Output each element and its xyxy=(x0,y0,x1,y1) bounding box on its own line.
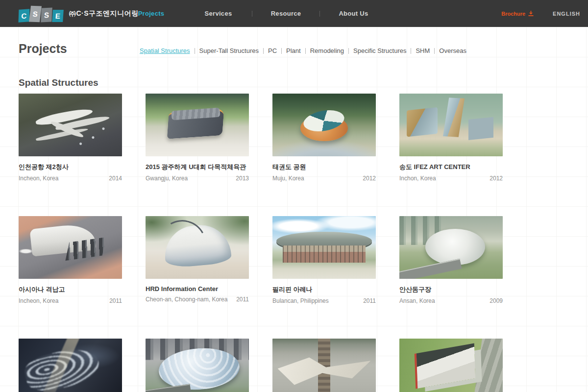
project-card[interactable]: 2015 광주하계 U대회 다목적체육관 Gwangju, Korea 2013 xyxy=(146,94,249,182)
project-thumbnail[interactable] xyxy=(146,216,249,279)
project-year: 2012 xyxy=(363,175,376,182)
project-card[interactable]: 송도 IFEZ ART CENTER Inchon, Korea 2012 xyxy=(399,94,503,182)
project-card[interactable] xyxy=(146,339,249,392)
page-head: Projects Spatial Structures Super-Tall S… xyxy=(0,27,588,56)
project-thumbnail[interactable] xyxy=(272,94,376,156)
project-card[interactable]: 아시아나 격납고 Incheon, Korea 2011 xyxy=(19,216,122,304)
nav-utilities: Brochure ENGLISH xyxy=(501,0,580,27)
brochure-label: Brochure xyxy=(501,11,525,17)
project-title: 송도 IFEZ ART CENTER xyxy=(399,163,503,172)
project-card[interactable]: 태권도 공원 Muju, Korea 2012 xyxy=(272,94,376,182)
category-remodeling[interactable]: Remodeling xyxy=(310,47,344,54)
project-location: Inchon, Korea xyxy=(399,175,436,182)
project-thumbnail[interactable] xyxy=(272,216,376,279)
logo-letter: E xyxy=(52,10,64,22)
project-title: 필리핀 아레나 xyxy=(272,285,376,294)
project-title: 아시아나 격납고 xyxy=(19,285,122,294)
project-meta: 송도 IFEZ ART CENTER Inchon, Korea 2012 xyxy=(399,163,503,182)
project-thumbnail[interactable] xyxy=(399,94,503,156)
category-super-tall-structures[interactable]: Super-Tall Structures xyxy=(199,47,259,54)
category-specific-structures[interactable]: Specific Structures xyxy=(353,47,406,54)
project-year: 2013 xyxy=(236,175,249,182)
category-overseas[interactable]: Overseas xyxy=(439,47,466,54)
page-title: Projects xyxy=(19,42,140,56)
logo-letter: C xyxy=(18,9,29,22)
projects-grid: 인천공항 제2청사 Incheon, Korea 2014 2015 광주하계 … xyxy=(19,94,503,392)
project-card[interactable]: HRD Information Center Cheon-an, Choong-… xyxy=(146,216,249,304)
category-spatial-structures[interactable]: Spatial Structures xyxy=(140,47,190,54)
project-location: Bulancan, Philippines xyxy=(272,297,329,304)
project-thumbnail[interactable] xyxy=(399,216,503,279)
nav-item-projects[interactable]: Projects xyxy=(118,10,185,17)
project-title: 안산돔구장 xyxy=(399,285,503,294)
project-year: 2011 xyxy=(363,297,376,304)
csse-logo: C S S E xyxy=(19,5,63,22)
nav-item-about-us[interactable]: About Us xyxy=(320,10,387,17)
brochure-download-button[interactable]: Brochure xyxy=(501,10,534,17)
category-separator xyxy=(263,48,264,54)
project-meta: 2015 광주하계 U대회 다목적체육관 Gwangju, Korea 2013 xyxy=(146,163,249,182)
project-title: 인천공항 제2청사 xyxy=(19,163,122,172)
project-thumbnail[interactable] xyxy=(146,94,249,156)
project-location: Incheon, Korea xyxy=(19,175,58,182)
project-thumbnail[interactable] xyxy=(399,339,503,392)
download-icon xyxy=(528,10,534,17)
project-card[interactable]: 인천공항 제2청사 Incheon, Korea 2014 xyxy=(19,94,122,182)
project-thumbnail[interactable] xyxy=(19,339,122,392)
project-meta: HRD Information Center Cheon-an, Choong-… xyxy=(146,285,249,303)
project-location: Cheon-an, Choong-nam, Korea xyxy=(146,296,227,303)
logo-letter: S xyxy=(29,5,42,22)
project-location: Gwangju, Korea xyxy=(146,175,188,182)
category-shm[interactable]: SHM xyxy=(416,47,430,54)
project-meta: 필리핀 아레나 Bulancan, Philippines 2011 xyxy=(272,285,376,304)
language-toggle[interactable]: ENGLISH xyxy=(553,11,580,17)
project-card[interactable]: 필리핀 아레나 Bulancan, Philippines 2011 xyxy=(272,216,376,304)
project-year: 2014 xyxy=(109,175,122,182)
project-meta: 인천공항 제2청사 Incheon, Korea 2014 xyxy=(19,163,122,182)
project-year: 2011 xyxy=(236,296,249,303)
project-card[interactable]: 안산돔구장 Ansan, Korea 2009 xyxy=(399,216,503,304)
category-separator xyxy=(411,48,411,54)
category-separator xyxy=(195,48,195,54)
project-location: Incheon, Korea xyxy=(19,297,58,304)
top-navbar: C S S E ㈜C·S구조엔지니어링 Projects Services Re… xyxy=(0,0,588,27)
section-title: Spatial Structures xyxy=(19,77,588,88)
category-pc[interactable]: PC xyxy=(268,47,277,54)
category-separator xyxy=(348,48,349,54)
category-separator xyxy=(305,48,306,54)
nav-item-resource[interactable]: Resource xyxy=(252,10,319,17)
category-plant[interactable]: Plant xyxy=(286,47,301,54)
project-meta: 태권도 공원 Muju, Korea 2012 xyxy=(272,163,376,182)
project-year: 2011 xyxy=(109,297,122,304)
project-year: 2009 xyxy=(490,297,503,304)
project-meta: 아시아나 격납고 Incheon, Korea 2011 xyxy=(19,285,122,304)
project-title: HRD Information Center xyxy=(146,285,249,293)
project-year: 2012 xyxy=(490,175,503,182)
category-filter: Spatial Structures Super-Tall Structures… xyxy=(140,47,466,54)
project-location: Muju, Korea xyxy=(272,175,304,182)
category-separator xyxy=(281,48,282,54)
project-title: 태권도 공원 xyxy=(272,163,376,172)
project-card[interactable] xyxy=(399,339,503,392)
projects-page: Projects Spatial Structures Super-Tall S… xyxy=(0,27,588,392)
project-thumbnail[interactable] xyxy=(272,339,376,392)
project-meta: 안산돔구장 Ansan, Korea 2009 xyxy=(399,285,503,304)
project-title: 2015 광주하계 U대회 다목적체육관 xyxy=(146,163,249,172)
project-card[interactable] xyxy=(19,339,122,392)
project-location: Ansan, Korea xyxy=(399,297,435,304)
project-thumbnail[interactable] xyxy=(19,94,122,156)
project-thumbnail[interactable] xyxy=(19,216,122,279)
category-separator xyxy=(434,48,435,54)
nav-item-services[interactable]: Services xyxy=(185,10,252,17)
main-nav: Projects Services Resource About Us xyxy=(118,0,387,27)
project-thumbnail[interactable] xyxy=(146,339,249,392)
logo-letter: S xyxy=(41,7,52,22)
project-card[interactable] xyxy=(272,339,376,392)
